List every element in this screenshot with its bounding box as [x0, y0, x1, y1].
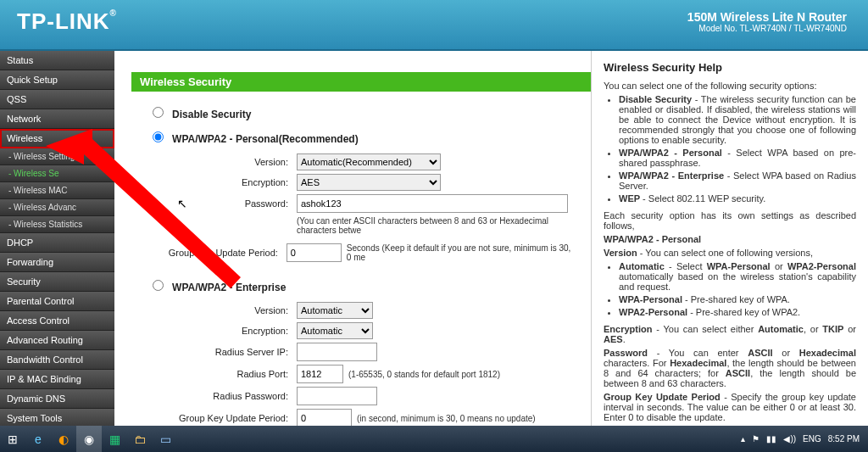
hint-group-period: Seconds (Keep it default if you are not … — [347, 243, 574, 262]
app-icon[interactable]: ▭ — [153, 426, 178, 452]
help-panel: Wireless Security Help You can select on… — [592, 51, 868, 426]
label-version: Version: — [148, 157, 297, 167]
product-name: 150M Wireless Lite N Router — [687, 10, 847, 24]
sidebar-item-ip-mac-binding[interactable]: IP & MAC Binding — [0, 370, 114, 389]
sidebar-item-bandwidth-control[interactable]: Bandwidth Control — [0, 350, 114, 370]
sidebar-sub-wireless-statistics[interactable]: - Wireless Statistics — [0, 216, 114, 233]
label-disable-security: Disable Security — [172, 109, 251, 120]
note-password: (You can enter ASCII characters between … — [297, 216, 574, 235]
sidebar-sub-wireless-advanced[interactable]: - Wireless Advanc — [0, 199, 114, 216]
radio-wpa-enterprise[interactable] — [153, 280, 164, 291]
option-wpa-personal[interactable]: WPA/WPA2 - Personal(Recommended) — [148, 129, 574, 145]
help-v-wpa: WPA-Personal - Pre-shared key of WPA. — [619, 294, 856, 304]
help-password: Password - You can enter ASCII or Hexade… — [604, 348, 856, 388]
help-v-wpa2: WPA2-Personal - Pre-shared key of WPA2. — [619, 307, 856, 317]
help-encryption: Encryption - You can select either Autom… — [604, 324, 856, 344]
input-personal-password[interactable] — [297, 194, 568, 213]
option-wpa-enterprise[interactable]: WPA/WPA2 - Enterprise — [148, 277, 574, 293]
model-no: Model No. TL-WR740N / TL-WR740ND — [687, 24, 847, 33]
clock[interactable]: 8:52 PM — [828, 434, 860, 444]
sidebar-item-qss[interactable]: QSS — [0, 90, 114, 109]
header-info: 150M Wireless Lite N Router Model No. TL… — [687, 10, 847, 33]
label-e-group-period: Group Key Update Period: — [148, 413, 297, 423]
excel-icon[interactable]: ▦ — [102, 426, 127, 452]
sidebar-item-quick-setup[interactable]: Quick Setup — [0, 70, 114, 90]
label-radius-ip: Radius Server IP: — [148, 347, 297, 357]
sidebar-sub-wireless-mac[interactable]: - Wireless MAC — [0, 182, 114, 199]
input-enterprise-group-period[interactable] — [297, 409, 352, 426]
sidebar-item-wireless[interactable]: Wireless — [0, 129, 114, 148]
sidebar-item-status[interactable]: Status — [0, 51, 114, 70]
sidebar-item-dhcp[interactable]: DHCP — [0, 233, 114, 253]
sidebar-sub-wireless-security[interactable]: - Wireless Se — [0, 165, 114, 182]
start-button[interactable]: ⊞ — [0, 426, 25, 452]
hint-e-group-period: (in second, minimum is 30, 0 means no up… — [357, 414, 536, 423]
system-tray[interactable]: ▴ ⚑ ▮▮ ◀)) ENG 8:52 PM — [741, 434, 868, 444]
help-bullet-wep: WEP - Select 802.11 WEP security. — [619, 193, 856, 204]
sidebar-item-parental-control[interactable]: Parental Control — [0, 292, 114, 311]
help-bullet-disable: Disable Security - The wireless security… — [619, 94, 856, 145]
help-group-key: Group Key Update Period - Specify the gr… — [604, 392, 856, 422]
help-each: Each security option has its own setting… — [604, 210, 856, 231]
label-wpa-personal: WPA/WPA2 - Personal(Recommended) — [172, 133, 359, 145]
tray-up-icon[interactable]: ▴ — [741, 434, 745, 444]
sidebar-sub-wireless-settings[interactable]: - Wireless Settings — [0, 148, 114, 165]
sidebar-item-dynamic-dns[interactable]: Dynamic DNS — [0, 389, 114, 409]
sidebar-item-access-control[interactable]: Access Control — [0, 311, 114, 331]
label-password: Password: — [148, 198, 297, 209]
label-group-period: Group Key Update Period: — [148, 248, 287, 258]
help-bullet-enterprise: WPA/WPA2 - Enterprise - Select WPA based… — [619, 170, 856, 191]
radio-wpa-personal[interactable] — [153, 131, 164, 142]
label-radius-password: Radius Password: — [148, 391, 297, 401]
label-e-version: Version: — [148, 305, 297, 315]
page-title: Wireless Security — [131, 72, 591, 92]
input-radius-password[interactable] — [297, 387, 377, 405]
sidebar-item-security[interactable]: Security — [0, 272, 114, 292]
select-personal-version[interactable]: Automatic(Recommended) — [297, 153, 441, 170]
help-version: Version - You can select one of followin… — [604, 248, 856, 258]
ie-icon[interactable]: e — [25, 426, 51, 452]
select-enterprise-encryption[interactable]: Automatic — [297, 322, 373, 339]
network-icon[interactable]: ▮▮ — [766, 434, 776, 444]
label-radius-port: Radius Port: — [148, 369, 297, 379]
flag-icon[interactable]: ⚑ — [752, 434, 760, 444]
sidebar-item-network[interactable]: Network — [0, 109, 114, 129]
help-h-personal: WPA/WPA2 - Personal — [604, 234, 856, 244]
option-disable-security[interactable]: Disable Security — [148, 104, 574, 120]
header: TP-LINK® 150M Wireless Lite N Router Mod… — [0, 0, 868, 51]
logo: TP-LINK® — [17, 8, 117, 35]
sound-icon[interactable]: ◀)) — [783, 434, 796, 444]
help-title: Wireless Security Help — [604, 61, 856, 74]
label-wpa-enterprise: WPA/WPA2 - Enterprise — [172, 282, 286, 293]
select-enterprise-version[interactable]: Automatic — [297, 302, 373, 319]
input-personal-group-period[interactable] — [287, 243, 342, 262]
label-e-encryption: Encryption: — [148, 326, 297, 336]
help-v-auto: Automatic - Select WPA-Personal or WPA2-… — [619, 261, 856, 292]
taskbar: ⊞ e ◐ ◉ ▦ 🗀 ▭ ▴ ⚑ ▮▮ ◀)) ENG 8:52 PM — [0, 426, 868, 452]
help-intro: You can select one of the following secu… — [604, 81, 856, 91]
main-panel: Wireless Security Disable Security WPA/W… — [114, 51, 592, 426]
chrome-icon[interactable]: ◉ — [76, 426, 102, 452]
sidebar: Status Quick Setup QSS Network Wireless … — [0, 51, 114, 426]
sidebar-item-forwarding[interactable]: Forwarding — [0, 253, 114, 272]
explorer-icon[interactable]: 🗀 — [127, 426, 153, 452]
sidebar-item-advanced-routing[interactable]: Advanced Routing — [0, 331, 114, 350]
select-personal-encryption[interactable]: AES — [297, 174, 441, 191]
radio-disable-security[interactable] — [153, 107, 164, 118]
language-indicator[interactable]: ENG — [803, 434, 821, 444]
input-radius-port[interactable] — [297, 365, 343, 383]
firefox-icon[interactable]: ◐ — [51, 426, 76, 452]
help-bullet-personal: WPA/WPA2 - Personal - Select WPA based o… — [619, 148, 856, 168]
hint-radius-port: (1-65535, 0 stands for default port 1812… — [348, 370, 500, 379]
input-radius-ip[interactable] — [297, 343, 377, 361]
label-encryption: Encryption: — [148, 177, 297, 187]
